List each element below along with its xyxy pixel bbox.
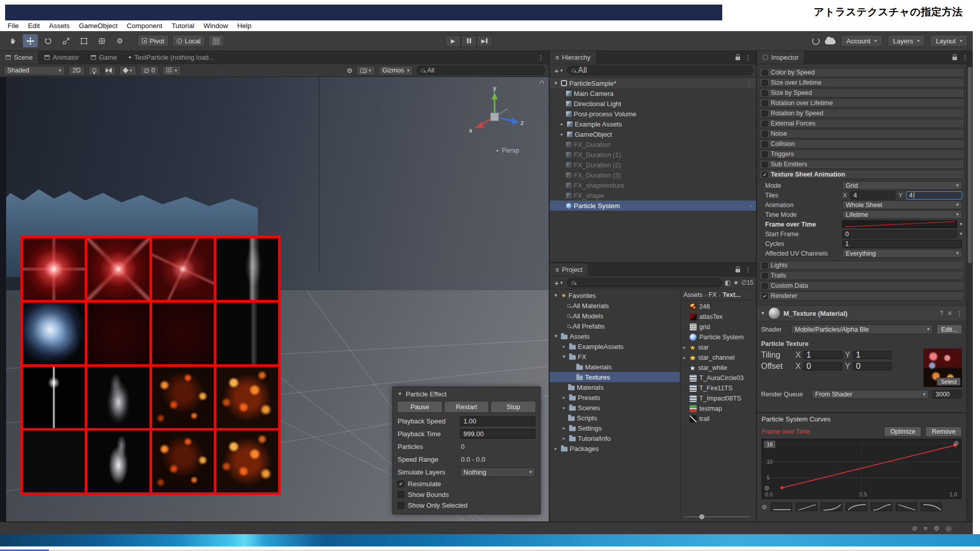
module-trails[interactable]: Trails — [759, 271, 964, 280]
scene-fx-dropdown[interactable]: ▾ — [119, 66, 136, 76]
select-texture-button[interactable]: Select — [937, 378, 961, 386]
project-tree-item[interactable]: Materials — [550, 362, 680, 372]
tiles-y-input[interactable]: 4 — [906, 191, 962, 199]
search-by-type-icon[interactable]: ◧ — [725, 279, 730, 286]
foldout-icon[interactable]: ▸ — [561, 425, 567, 431]
orientation-gizmo[interactable]: y x z — [464, 85, 525, 146]
module-size-by-speed[interactable]: Size by Speed — [759, 88, 964, 97]
curve-preset-ease-in-out[interactable] — [871, 503, 892, 511]
affected-uv-dropdown[interactable]: Everything▾ — [842, 249, 962, 258]
asset-item[interactable]: ★star_white — [680, 363, 756, 373]
foldout-icon[interactable]: ▸ — [561, 395, 567, 400]
pause-effect-button[interactable]: Pause — [397, 401, 443, 413]
project-tree-item[interactable]: ▼Assets — [550, 331, 680, 341]
layers-dropdown[interactable]: Layers▾ — [888, 35, 925, 47]
asset-item[interactable]: grid — [680, 322, 756, 332]
grid-snap-button[interactable] — [208, 35, 224, 47]
curve-preset-ease-in[interactable] — [821, 503, 842, 511]
kebab-menu-icon[interactable]: ⋮ — [745, 266, 751, 273]
module-checkbox[interactable] — [762, 121, 768, 127]
restart-effect-button[interactable]: Restart — [444, 401, 489, 413]
module-checkbox[interactable] — [762, 273, 768, 279]
module-checkbox[interactable] — [762, 111, 768, 116]
module-checkbox[interactable] — [762, 283, 768, 289]
module-size-over-lifetime[interactable]: Size over Lifetime — [759, 78, 964, 87]
tab-animator[interactable]: Animator — [39, 51, 85, 64]
project-tree-item[interactable]: ▸TutorialInfo — [550, 433, 680, 443]
shading-mode-dropdown[interactable]: Shaded▾ — [4, 66, 65, 76]
hierarchy-item-disabled[interactable]: FX_Duration (3) — [550, 170, 756, 180]
module-checkbox[interactable] — [762, 70, 768, 76]
menu-window[interactable]: Window — [199, 21, 233, 30]
foldout-icon[interactable]: ▼ — [561, 354, 567, 359]
scene-viewport[interactable]: y x z ◄Persp ▼Particle Effect Pause Rest… — [0, 77, 549, 521]
hierarchy-search-input[interactable]: All — [567, 66, 753, 75]
tab-hierarchy[interactable]: ≡Hierarchy — [550, 51, 597, 64]
kebab-menu-icon[interactable]: ⋮ — [746, 80, 754, 87]
module-checkbox[interactable] — [762, 90, 768, 96]
module-renderer[interactable]: ✓Renderer — [759, 291, 964, 300]
project-tree-item[interactable]: ▸ExampleAssets — [550, 341, 680, 352]
lock-icon[interactable] — [952, 57, 957, 60]
layers-status-icon[interactable]: ≡ — [923, 524, 927, 532]
asset-item[interactable]: T_Fire11TS — [680, 383, 756, 393]
module-checkbox[interactable] — [762, 263, 768, 268]
hierarchy-item-disabled[interactable]: FX_Duration — [550, 139, 756, 149]
project-tree-item[interactable]: Materials — [550, 382, 680, 392]
inspector-scrollbar[interactable] — [966, 64, 973, 521]
custom-tool-button[interactable]: ⚙ — [112, 34, 127, 47]
help-icon[interactable]: ? — [940, 310, 943, 317]
hierarchy-item[interactable]: Main Camera — [550, 88, 756, 98]
curve-preset-linear[interactable] — [796, 503, 817, 511]
menu-file[interactable]: File — [3, 21, 23, 30]
editor-tools-icon[interactable]: ⚙ — [347, 67, 353, 74]
gear-icon[interactable]: ⚙ — [953, 440, 959, 446]
tab-project[interactable]: ≡Project — [550, 263, 589, 276]
hierarchy-item[interactable]: ▸Example Assets — [550, 119, 756, 129]
module-external-forces[interactable]: External Forces — [759, 119, 964, 128]
scene-lighting-toggle[interactable] — [88, 66, 101, 76]
optimize-button[interactable]: Optimize — [884, 427, 921, 437]
hierarchy-item[interactable]: Post-process Volume — [550, 109, 756, 119]
gizmos-dropdown[interactable]: Gizmos▾ — [379, 66, 413, 76]
module-triggers[interactable]: Triggers — [759, 149, 964, 159]
menu-assets[interactable]: Assets — [44, 21, 75, 30]
menu-edit[interactable]: Edit — [23, 21, 44, 30]
module-rotation-over-lifetime[interactable]: Rotation over Lifetime — [759, 98, 964, 108]
star-icon[interactable]: ★ — [733, 280, 739, 286]
offset-y-input[interactable]: 0 — [853, 362, 892, 370]
hierarchy-item-disabled[interactable]: FX_Duration (1) — [550, 149, 756, 160]
hand-tool-button[interactable] — [5, 34, 20, 47]
hierarchy-item[interactable]: Directional Light — [550, 98, 756, 109]
texture-preview-thumbnail[interactable]: Select — [923, 348, 962, 387]
render-queue-dropdown[interactable]: From Shader▾ — [812, 390, 929, 399]
show-only-selected-checkbox[interactable] — [398, 502, 404, 509]
asset-item[interactable]: T_AuraCircle03 — [680, 373, 756, 383]
menu-help[interactable]: Help — [233, 21, 256, 30]
curve-preset-ease-out[interactable] — [846, 503, 867, 511]
rect-tool-button[interactable] — [77, 34, 91, 47]
remove-button[interactable]: Remove — [925, 427, 962, 437]
curve-editor-graph[interactable]: 16 10 5 0.0 0.5 1.0 ⚙ ⚙ — [762, 439, 962, 499]
project-tree-item[interactable]: All Prefabs — [550, 321, 680, 331]
2d-toggle[interactable]: 2D — [68, 66, 85, 76]
layout-dropdown[interactable]: Layout▾ — [930, 35, 968, 47]
module-rotation-by-speed[interactable]: Rotation by Speed — [759, 109, 964, 118]
breadcrumb-textures[interactable]: Text... — [723, 291, 741, 298]
hierarchy-item-disabled[interactable]: FX_Duration (2) — [550, 160, 756, 170]
slider-handle[interactable] — [699, 514, 704, 519]
tab-game[interactable]: Game — [85, 51, 123, 64]
kebab-menu-icon[interactable]: ⋮ — [962, 54, 968, 61]
module-texture-sheet-animation[interactable]: ✓Texture Sheet Animation — [759, 170, 964, 179]
breadcrumb-assets[interactable]: Assets — [683, 291, 703, 298]
pivot-toggle[interactable]: Pivot — [137, 35, 169, 47]
scene-audio-toggle[interactable] — [104, 66, 116, 76]
project-tree-item[interactable]: Scripts — [550, 413, 680, 423]
cycles-input[interactable]: 1 — [842, 240, 962, 248]
time-mode-dropdown[interactable]: Lifetime▾ — [842, 210, 962, 219]
curve-preset-ease-down[interactable] — [921, 503, 942, 511]
account-dropdown[interactable]: Account▾ — [841, 35, 883, 47]
module-checkbox-checked[interactable]: ✓ — [762, 293, 768, 299]
gear-icon[interactable]: ⚙ — [762, 504, 767, 510]
project-tree-item[interactable]: All Models — [550, 311, 680, 321]
